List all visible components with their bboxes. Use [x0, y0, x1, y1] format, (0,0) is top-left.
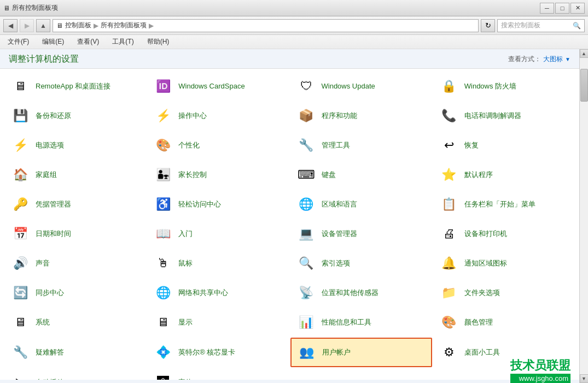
grid-item-credentials[interactable]: 🔑凭据管理器	[4, 190, 146, 219]
menu-file[interactable]: 文件(F)	[5, 36, 31, 48]
grid-item-remote[interactable]: 🖥RemoteApp 和桌面连接	[4, 72, 146, 101]
grid-item-homegroup[interactable]: 🏠家庭组	[4, 161, 146, 189]
grid-item-cardspace[interactable]: 🆔Windows CardSpace	[147, 72, 289, 101]
scroll-thumb[interactable]	[580, 69, 588, 102]
item-label-modem: 电话和调制解调器	[464, 111, 521, 121]
grid-item-network[interactable]: 🌐网络和共享中心	[147, 279, 289, 307]
performance-icon: 📊	[296, 313, 316, 332]
defaults-icon: ⭐	[439, 165, 459, 185]
grid-item-power[interactable]: ⚡电源选项	[4, 131, 146, 160]
item-label-display: 显示	[178, 318, 193, 327]
menu-help[interactable]: 帮助(H)	[145, 36, 172, 48]
grid-item-getstarted[interactable]: 📖入门	[147, 220, 289, 248]
grid-item-performance[interactable]: 📊性能信息和工具	[290, 308, 432, 337]
item-label-getstarted: 入门	[178, 229, 193, 239]
display-icon: 🖥	[153, 313, 173, 332]
grid-item-datetime[interactable]: 📅日期和时间	[4, 220, 146, 248]
grid-item-recovery[interactable]: ↩恢复	[433, 131, 575, 160]
item-label-admin: 管理工具	[322, 141, 350, 150]
item-label-defaults: 默认程序	[464, 170, 493, 180]
grid-item-devices[interactable]: 🖨设备和打印机	[433, 220, 575, 248]
restore-button[interactable]: □	[555, 3, 569, 14]
mouse-icon: 🖱	[153, 254, 173, 273]
forward-button[interactable]: ▶	[20, 19, 34, 32]
grid-item-gadgets[interactable]: ⚙桌面小工具	[433, 338, 575, 367]
scroll-down-button[interactable]: ▼	[580, 374, 589, 383]
grid-item-sound[interactable]: 🔊声音	[4, 249, 146, 278]
main-area: 调整计算机的设置 查看方式： 大图标 ▼ 🖥RemoteApp 和桌面连接🆔Wi…	[0, 49, 588, 383]
up-button[interactable]: ▲	[36, 19, 50, 32]
scroll-track[interactable]	[580, 58, 589, 374]
colormanage-icon: 🎨	[439, 313, 459, 332]
path-part-1[interactable]: 控制面板	[65, 21, 91, 30]
programs-icon: 📦	[296, 106, 316, 126]
close-button[interactable]: ✕	[570, 3, 585, 14]
grid-item-intel[interactable]: 💠英特尔® 核芯显卡	[147, 338, 289, 367]
grid-item-action[interactable]: ⚡操作中心	[147, 102, 289, 130]
grid-item-admin[interactable]: 🔧管理工具	[290, 131, 432, 160]
grid-item-notifarea[interactable]: 🔔通知区域图标	[433, 249, 575, 278]
grid-item-synccenter[interactable]: 🔄同步中心	[4, 279, 146, 307]
window-icon: 🖥	[3, 4, 10, 12]
content-panel: 调整计算机的设置 查看方式： 大图标 ▼ 🖥RemoteApp 和桌面连接🆔Wi…	[0, 49, 579, 383]
menu-edit[interactable]: 编辑(E)	[40, 36, 66, 48]
back-button[interactable]: ◀	[3, 19, 18, 32]
item-label-recovery: 恢复	[464, 141, 479, 150]
path-part-2[interactable]: 所有控制面板项	[101, 21, 147, 30]
backup-icon: 💾	[10, 106, 30, 126]
grid-item-display[interactable]: 🖥显示	[147, 308, 289, 337]
datetime-icon: 📅	[10, 224, 30, 244]
grid-item-personalize[interactable]: 🎨个性化	[147, 131, 289, 160]
keyboard-icon: ⌨	[296, 165, 316, 185]
grid-item-modem[interactable]: 📞电话和调制解调器	[433, 102, 575, 130]
menu-view[interactable]: 查看(V)	[75, 36, 101, 48]
grid-item-defaults[interactable]: ⭐默认程序	[433, 161, 575, 189]
search-icon[interactable]: 🔍	[573, 22, 581, 30]
address-bar: ◀ ▶ ▲ 🖥 控制面板 ▶ 所有控制面板项 ▶ ↻ 搜索控制面板 🔍	[0, 16, 588, 35]
grid-item-devmgr[interactable]: 💻设备管理器	[290, 220, 432, 248]
search-box[interactable]: 搜索控制面板 🔍	[497, 19, 585, 32]
grid-item-winupdate[interactable]: 🛡Windows Update	[290, 72, 432, 101]
modem-icon: 📞	[439, 106, 459, 126]
item-label-firewall: Windows 防火墙	[464, 82, 516, 91]
grid-item-fonts[interactable]: 🅰字体	[147, 368, 289, 380]
minimize-button[interactable]: ─	[540, 3, 554, 14]
useraccount-icon: 👥	[297, 343, 317, 362]
indexing-icon: 🔍	[296, 254, 316, 273]
cardspace-icon: 🆔	[153, 76, 173, 96]
grid-item-useraccount[interactable]: 👥用户帐户	[290, 338, 432, 367]
refresh-button[interactable]: ↻	[481, 19, 495, 32]
menu-tools[interactable]: 工具(T)	[110, 36, 136, 48]
view-value-button[interactable]: 大图标	[543, 55, 563, 64]
grid-item-system[interactable]: 🖥系统	[4, 308, 146, 337]
grid-item-autoplay[interactable]: ▶自动播放	[4, 368, 146, 380]
grid-item-easyaccess[interactable]: ♿轻松访问中心	[147, 190, 289, 219]
grid-item-indexing[interactable]: 🔍索引选项	[290, 249, 432, 278]
grid-item-taskbar[interactable]: 📋任务栏和「开始」菜单	[433, 190, 575, 219]
grid-item-troubleshoot[interactable]: 🔧疑难解答	[4, 338, 146, 367]
item-label-gadgets: 桌面小工具	[464, 348, 500, 357]
grid-item-location[interactable]: 📡位置和其他传感器	[290, 279, 432, 307]
grid-item-parental[interactable]: 👨‍👧家长控制	[147, 161, 289, 189]
view-arrow-icon[interactable]: ▼	[565, 56, 570, 62]
recovery-icon: ↩	[439, 135, 459, 155]
grid-item-mouse[interactable]: 🖱鼠标	[147, 249, 289, 278]
item-label-remote: RemoteApp 和桌面连接	[36, 82, 110, 91]
address-path[interactable]: 🖥 控制面板 ▶ 所有控制面板项 ▶	[53, 19, 479, 32]
fonts-icon: 🅰	[153, 373, 173, 380]
item-label-synccenter: 同步中心	[36, 288, 64, 298]
homegroup-icon: 🏠	[10, 165, 30, 185]
view-options: 查看方式： 大图标 ▼	[508, 55, 570, 64]
grid-item-region[interactable]: 🌐区域和语言	[290, 190, 432, 219]
scroll-up-button[interactable]: ▲	[580, 49, 589, 58]
grid-item-colormanage[interactable]: 🎨颜色管理	[433, 308, 575, 337]
item-label-folderoptions: 文件夹选项	[464, 288, 500, 298]
items-grid: 🖥RemoteApp 和桌面连接🆔Windows CardSpace🛡Windo…	[0, 69, 579, 380]
grid-item-backup[interactable]: 💾备份和还原	[4, 102, 146, 130]
grid-item-keyboard[interactable]: ⌨键盘	[290, 161, 432, 189]
grid-item-firewall[interactable]: 🔒Windows 防火墙	[433, 72, 575, 101]
scrollbar[interactable]: ▲ ▼	[579, 49, 588, 383]
grid-item-folderoptions[interactable]: 📁文件夹选项	[433, 279, 575, 307]
region-icon: 🌐	[296, 195, 316, 214]
grid-item-programs[interactable]: 📦程序和功能	[290, 102, 432, 130]
